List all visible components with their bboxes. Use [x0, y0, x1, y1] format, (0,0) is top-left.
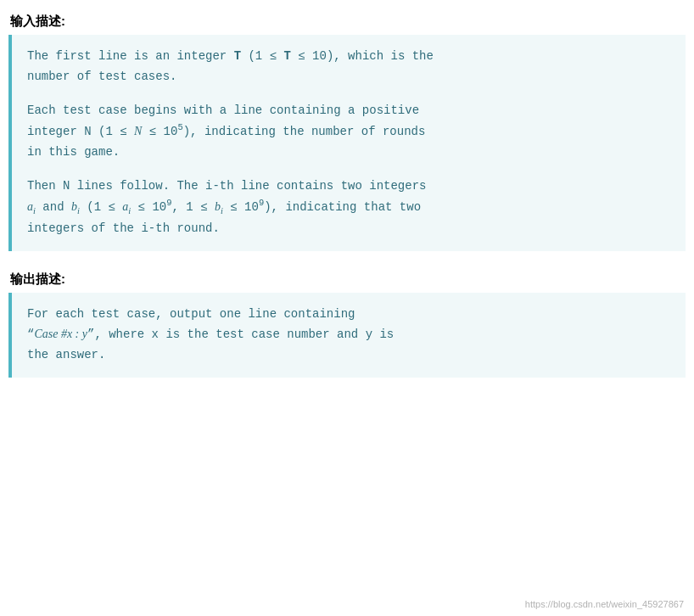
output-para-1: For each test case, output one line cont…: [27, 305, 670, 366]
page-container: 输入描述: The first line is an integer T (1 …: [0, 0, 694, 616]
math-bi: bi: [71, 200, 80, 213]
input-section-title: 输入描述:: [0, 8, 694, 35]
input-para-3: Then N lines follow. The i-th line conta…: [27, 176, 670, 239]
bold-T-1: T: [234, 49, 241, 63]
input-line-5: in this game.: [27, 143, 670, 163]
math-ai: ai: [27, 200, 36, 213]
watermark: https://blog.csdn.net/weixin_45927867: [525, 599, 684, 609]
math-N: N: [134, 125, 142, 137]
bold-T-2: T: [283, 49, 290, 63]
input-line-4: integer N (1 ≤ N ≤ 105), indicating the …: [27, 120, 670, 142]
output-line-3: the answer.: [27, 345, 670, 366]
input-line-6: Then N lines follow. The i-th line conta…: [27, 176, 670, 197]
input-line-8: integers of the i-th round.: [27, 219, 670, 239]
input-line-7: ai and bi (1 ≤ ai ≤ 109, 1 ≤ bi ≤ 109), …: [27, 196, 670, 218]
output-line-1: For each test case, output one line cont…: [27, 305, 670, 325]
output-line-2: “Case #x : y”, where x is the test case …: [27, 324, 670, 345]
input-line-3: Each test case begins with a line contai…: [27, 101, 670, 121]
input-para-2: Each test case begins with a line contai…: [27, 101, 670, 163]
output-section-title: 输出描述:: [0, 266, 694, 293]
output-section-content: For each test case, output one line cont…: [8, 293, 686, 378]
input-section: 输入描述: The first line is an integer T (1 …: [0, 8, 694, 251]
input-line-2: number of test cases.: [27, 67, 670, 87]
output-section: 输出描述: For each test case, output one lin…: [0, 266, 694, 378]
math-bi-2: bi: [215, 200, 223, 213]
output-format-text: Case #x : y: [34, 328, 87, 340]
input-line-1: The first line is an integer T (1 ≤ T ≤ …: [27, 47, 670, 67]
math-ai-2: ai: [122, 200, 131, 213]
input-para-1: The first line is an integer T (1 ≤ T ≤ …: [27, 47, 670, 87]
input-section-content: The first line is an integer T (1 ≤ T ≤ …: [8, 35, 686, 251]
